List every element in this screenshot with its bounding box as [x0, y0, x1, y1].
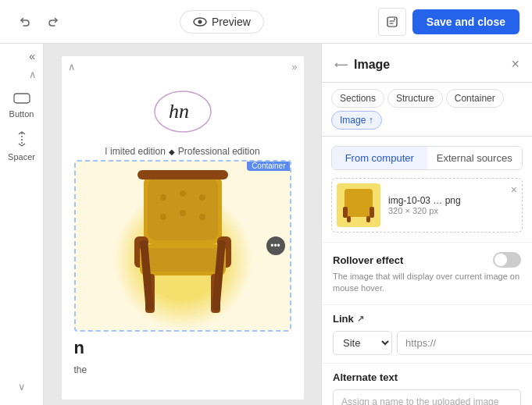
panel-title-area: ⟵ Image	[334, 58, 390, 72]
svg-rect-20	[144, 248, 222, 272]
canvas: ∧ » hn l imited edition ◆ Professional e…	[44, 44, 321, 405]
preview-button[interactable]: Preview	[180, 10, 264, 34]
svg-rect-28	[370, 207, 374, 218]
limited-edition-text: l	[105, 146, 107, 157]
toolbar-right: Save and close	[378, 8, 520, 36]
upload-tabs: From computer External sources	[331, 146, 523, 170]
alt-text-input[interactable]	[333, 389, 521, 405]
alt-text-label: Alternate text	[333, 371, 521, 383]
preview-label: Preview	[212, 16, 251, 28]
panel-close-button[interactable]: ×	[511, 56, 520, 73]
container-label: Container	[247, 161, 290, 171]
sidebar-bottom-collapse[interactable]: ∨	[18, 381, 26, 393]
redo-button[interactable]	[41, 9, 66, 34]
undo-button[interactable]	[12, 9, 37, 34]
sidebar-item-spacer[interactable]: Spacer	[0, 125, 43, 168]
edition-text: l imited edition ◆ Professional edition	[62, 143, 304, 160]
button-icon	[13, 91, 30, 108]
main-area: « ∧ Button Spacer ∨	[0, 44, 532, 405]
logo-svg: hn	[152, 88, 214, 135]
svg-point-12	[199, 194, 205, 201]
image-filename: img-10-03 … png	[388, 195, 517, 206]
sidebar-item-button[interactable]: Button	[0, 85, 43, 125]
chair-container: Container	[74, 160, 291, 332]
link-type-select[interactable]: Site URL Email Phone	[333, 331, 392, 355]
svg-rect-27	[343, 207, 348, 218]
thumbnail-svg	[340, 187, 377, 224]
tab-image[interactable]: Image ↑	[331, 111, 382, 130]
svg-text:hn: hn	[169, 100, 189, 123]
right-panel: ⟵ Image × Sections Structure Container I…	[321, 44, 532, 405]
rollover-section: Rollover effect The image that will disp…	[322, 242, 532, 304]
canvas-sub-text: the	[62, 364, 304, 375]
eye-icon	[193, 17, 207, 27]
rollover-toggle[interactable]	[493, 252, 521, 268]
spacer-icon	[16, 131, 28, 151]
svg-rect-29	[347, 216, 351, 222]
logo-area: hn	[62, 73, 304, 143]
canvas-controls: ∧ »	[62, 56, 304, 73]
link-input-row: Site URL Email Phone	[333, 331, 521, 355]
sidebar-collapse-button[interactable]: «	[29, 50, 35, 62]
svg-rect-16	[137, 170, 228, 179]
svg-point-10	[160, 194, 166, 201]
alt-text-section: Alternate text	[322, 363, 532, 405]
download-button[interactable]	[378, 8, 406, 36]
rollover-label-text: Rollover effect	[333, 254, 403, 266]
external-sources-tab[interactable]: External sources	[427, 147, 523, 169]
svg-rect-2	[387, 17, 397, 27]
image-remove-button[interactable]: ×	[511, 183, 517, 196]
link-external-icon: ↗	[357, 314, 364, 324]
svg-rect-30	[366, 216, 370, 222]
svg-point-1	[198, 20, 202, 23]
save-close-button[interactable]: Save and close	[412, 9, 520, 34]
svg-point-11	[180, 190, 186, 197]
canvas-right-expand[interactable]: »	[291, 61, 297, 73]
svg-point-3	[394, 18, 395, 20]
from-computer-tab[interactable]: From computer	[332, 147, 427, 169]
rollover-label-row: Rollover effect	[333, 252, 521, 268]
tab-sections[interactable]: Sections	[331, 89, 384, 108]
download-icon	[386, 16, 398, 28]
redo-icon	[47, 16, 59, 28]
toolbar-center: Preview	[72, 10, 372, 34]
canvas-text-block: n	[62, 332, 304, 364]
upload-section: From computer External sources	[322, 137, 532, 242]
more-options-button[interactable]: •••	[266, 236, 285, 255]
svg-point-15	[199, 214, 205, 220]
svg-point-13	[160, 214, 166, 220]
sidebar-toggle-row: «	[0, 50, 43, 62]
tab-structure[interactable]: Structure	[387, 89, 443, 108]
edition-main-text: imited edition	[110, 146, 166, 157]
toolbar: Preview Save and close	[0, 0, 532, 44]
link-label-row: Link ↗	[333, 313, 521, 325]
panel-title-text: Image	[354, 58, 390, 72]
tab-container[interactable]: Container	[446, 89, 504, 108]
link-url-input[interactable]	[397, 331, 532, 355]
link-section: Link ↗ Site URL Email Phone	[322, 304, 532, 363]
sidebar: « ∧ Button Spacer ∨	[0, 44, 44, 405]
toolbar-left	[12, 9, 66, 34]
image-dimensions: 320 × 320 px	[388, 206, 517, 215]
diamond-icon: ◆	[169, 147, 175, 156]
image-thumbnail	[337, 183, 380, 227]
svg-rect-25	[345, 189, 373, 208]
chair-illustration	[120, 166, 245, 322]
sidebar-spacer-label: Spacer	[8, 152, 35, 162]
image-item: img-10-03 … png 320 × 320 px ×	[331, 178, 523, 233]
pro-edition-text: Professional edition	[178, 146, 260, 157]
rollover-description: The image that will display over current…	[333, 271, 521, 295]
svg-rect-9	[148, 178, 218, 240]
svg-rect-4	[14, 94, 30, 103]
canvas-left-expand[interactable]: ∧	[68, 61, 76, 73]
canvas-content: ∧ » hn l imited edition ◆ Professional e…	[62, 56, 304, 400]
svg-point-14	[180, 210, 186, 216]
panel-tab-row: Sections Structure Container Image ↑	[322, 83, 532, 137]
sidebar-button-label: Button	[9, 109, 34, 119]
sidebar-expand-icon[interactable]: ∧	[29, 69, 37, 80]
undo-icon	[19, 16, 31, 28]
image-info: img-10-03 … png 320 × 320 px	[388, 195, 517, 215]
panel-expand-icon[interactable]: ⟵	[334, 59, 348, 70]
link-label-text: Link	[333, 313, 354, 325]
svg-rect-26	[345, 208, 373, 217]
